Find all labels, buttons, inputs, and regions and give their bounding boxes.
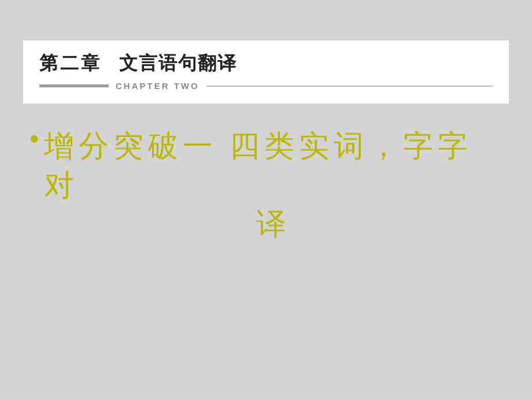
divider-right <box>206 86 493 87</box>
content-area: • 增分突破一 四类实词，字字对 译 <box>0 104 532 399</box>
bullet-text: 增分突破一 四类实词，字字对 译 <box>44 127 503 244</box>
header-top-row: 第二章 文言语句翻译 <box>39 51 493 76</box>
bullet-item: • 增分突破一 四类实词，字字对 译 <box>29 127 503 244</box>
header-band: 第二章 文言语句翻译 CHAPTER TWO <box>23 40 509 104</box>
slide-container: 第二章 文言语句翻译 CHAPTER TWO • 增分突破一 四类实词，字字对 … <box>0 0 532 399</box>
divider-left <box>39 84 109 87</box>
chapter-two-label: CHAPTER TWO <box>116 81 200 91</box>
bullet-dot: • <box>29 124 39 154</box>
divider-row: CHAPTER TWO <box>39 81 493 91</box>
bullet-text-line2: 译 <box>44 205 503 244</box>
bullet-text-line1: 增分突破一 四类实词，字字对 <box>44 127 503 205</box>
chapter-label-chinese: 第二章 <box>39 51 102 76</box>
chapter-title-chinese: 文言语句翻译 <box>119 51 237 76</box>
